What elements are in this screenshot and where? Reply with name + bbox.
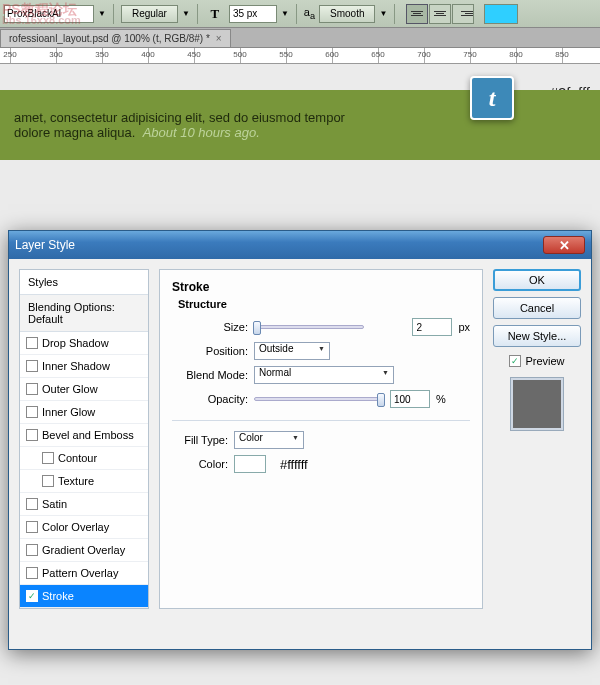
ruler-tick-label: 600 — [325, 50, 338, 59]
align-center-button[interactable] — [429, 4, 451, 24]
style-item-outer-glow[interactable]: Outer Glow — [20, 378, 148, 401]
color-label: Color: — [172, 458, 228, 470]
separator-icon — [197, 4, 198, 24]
divider — [172, 420, 470, 421]
align-left-button[interactable] — [406, 4, 428, 24]
tab-label: rofessioanl_layout.psd @ 100% (t, RGB/8#… — [9, 33, 210, 44]
close-dialog-button[interactable]: ✕ — [543, 236, 585, 254]
style-checkbox[interactable] — [26, 406, 38, 418]
antialias-select[interactable]: Smooth — [319, 5, 375, 23]
style-item-label: Satin — [42, 498, 67, 510]
style-item-texture[interactable]: Texture — [20, 470, 148, 493]
dropdown-icon[interactable]: ▼ — [98, 9, 106, 18]
blend-mode-select[interactable]: Normal — [254, 366, 394, 384]
ruler-tick-label: 850 — [555, 50, 568, 59]
cancel-button[interactable]: Cancel — [493, 297, 581, 319]
color-hex-annotation: #ffffff — [280, 457, 308, 472]
document-tab[interactable]: rofessioanl_layout.psd @ 100% (t, RGB/8#… — [0, 29, 231, 47]
ruler-tick-label: 250 — [3, 50, 16, 59]
text-color-swatch[interactable] — [484, 4, 518, 24]
style-item-label: Inner Glow — [42, 406, 95, 418]
ruler-tick-label: 550 — [279, 50, 292, 59]
horizontal-ruler: 250300350400450500550600650700750800850 — [0, 48, 600, 64]
font-weight-select[interactable]: Regular — [121, 5, 178, 23]
dropdown-icon[interactable]: ▼ — [182, 9, 190, 18]
opacity-input[interactable] — [390, 390, 430, 408]
preview-label: Preview — [525, 355, 564, 367]
ruler-tick-label: 450 — [187, 50, 200, 59]
styles-header[interactable]: Styles — [20, 270, 148, 295]
ok-button[interactable]: OK — [493, 269, 581, 291]
style-checkbox[interactable] — [42, 475, 54, 487]
size-input[interactable] — [412, 318, 452, 336]
dialog-titlebar[interactable]: Layer Style ✕ — [9, 231, 591, 259]
separator-icon — [113, 4, 114, 24]
style-item-label: Texture — [58, 475, 94, 487]
style-item-drop-shadow[interactable]: Drop Shadow — [20, 332, 148, 355]
twitter-badge[interactable]: t — [470, 76, 514, 120]
stroke-color-swatch[interactable] — [234, 455, 266, 473]
style-checkbox[interactable] — [26, 383, 38, 395]
style-item-gradient-overlay[interactable]: Gradient Overlay — [20, 539, 148, 562]
ruler-tick-label: 800 — [509, 50, 522, 59]
preview-swatch — [510, 377, 564, 431]
opacity-label: Opacity: — [172, 393, 248, 405]
canvas-area: #2fcfff t amet, consectetur adipisicing … — [0, 64, 600, 204]
align-right-button[interactable] — [452, 4, 474, 24]
preview-checkbox[interactable]: ✓ — [509, 355, 521, 367]
dialog-buttons: OK Cancel New Style... ✓ Preview — [493, 269, 581, 609]
style-checkbox[interactable] — [26, 429, 38, 441]
document-tab-row: rofessioanl_layout.psd @ 100% (t, RGB/8#… — [0, 28, 600, 48]
ruler-tick-label: 300 — [49, 50, 62, 59]
style-item-label: Bevel and Emboss — [42, 429, 134, 441]
style-item-contour[interactable]: Contour — [20, 447, 148, 470]
style-item-color-overlay[interactable]: Color Overlay — [20, 516, 148, 539]
antialias-icon: aa — [304, 6, 315, 21]
style-checkbox[interactable] — [42, 452, 54, 464]
position-select[interactable]: Outside — [254, 342, 330, 360]
fill-type-label: Fill Type: — [172, 434, 228, 446]
blend-mode-label: Blend Mode: — [172, 369, 248, 381]
close-tab-icon[interactable]: × — [216, 33, 222, 44]
position-label: Position: — [172, 345, 248, 357]
style-item-inner-shadow[interactable]: Inner Shadow — [20, 355, 148, 378]
style-item-bevel-and-emboss[interactable]: Bevel and Emboss — [20, 424, 148, 447]
opacity-slider[interactable] — [254, 397, 384, 401]
style-item-inner-glow[interactable]: Inner Glow — [20, 401, 148, 424]
style-item-pattern-overlay[interactable]: Pattern Overlay — [20, 562, 148, 585]
style-checkbox[interactable] — [26, 544, 38, 556]
style-checkbox[interactable]: ✓ — [26, 590, 38, 602]
style-item-label: Color Overlay — [42, 521, 109, 533]
style-checkbox[interactable] — [26, 337, 38, 349]
style-checkbox[interactable] — [26, 521, 38, 533]
styles-list: Styles Blending Options: Default Drop Sh… — [19, 269, 149, 609]
layer-style-dialog: Layer Style ✕ Styles Blending Options: D… — [8, 230, 592, 650]
separator-icon — [394, 4, 395, 24]
font-family-select[interactable] — [4, 5, 94, 23]
stroke-panel: Stroke Structure Size: px Position: Outs… — [159, 269, 483, 609]
fill-type-select[interactable]: Color — [234, 431, 304, 449]
style-item-stroke[interactable]: ✓Stroke — [20, 585, 148, 608]
dropdown-icon[interactable]: ▼ — [379, 9, 387, 18]
dialog-title: Layer Style — [15, 238, 543, 252]
font-size-input[interactable] — [229, 5, 277, 23]
ruler-tick-label: 400 — [141, 50, 154, 59]
size-unit: px — [458, 321, 470, 333]
style-item-satin[interactable]: Satin — [20, 493, 148, 516]
options-bar: ▼ Regular ▼ T ▼ aa Smooth ▼ — [0, 0, 600, 28]
section-structure: Structure — [178, 298, 470, 310]
style-item-label: Stroke — [42, 590, 74, 602]
style-checkbox[interactable] — [26, 360, 38, 372]
ruler-tick-label: 350 — [95, 50, 108, 59]
blending-options-item[interactable]: Blending Options: Default — [20, 295, 148, 332]
size-label: Size: — [172, 321, 248, 333]
style-checkbox[interactable] — [26, 567, 38, 579]
dropdown-icon[interactable]: ▼ — [281, 9, 289, 18]
style-item-label: Outer Glow — [42, 383, 98, 395]
twitter-icon: t — [489, 85, 496, 112]
style-item-label: Inner Shadow — [42, 360, 110, 372]
size-slider[interactable] — [254, 325, 364, 329]
style-checkbox[interactable] — [26, 498, 38, 510]
preview-toggle[interactable]: ✓ Preview — [493, 355, 581, 367]
new-style-button[interactable]: New Style... — [493, 325, 581, 347]
